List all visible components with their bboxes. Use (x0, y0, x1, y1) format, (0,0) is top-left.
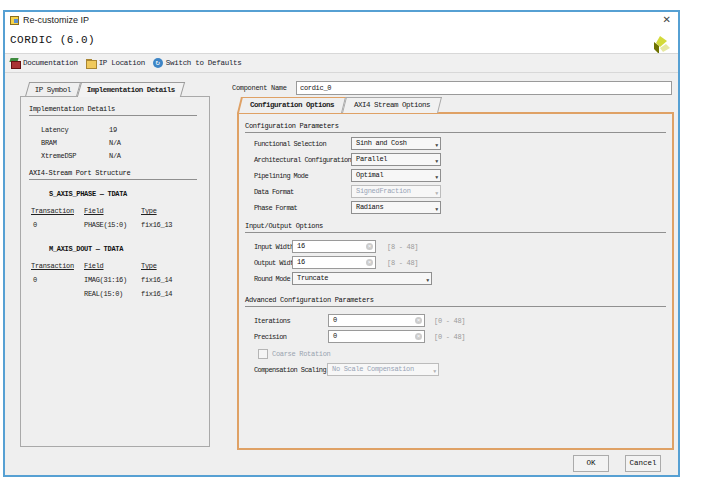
coarse-rotation-label: Coarse Rotation (272, 350, 331, 358)
functional-selection-label: Functional Selection (254, 140, 326, 148)
output-width-field[interactable]: 16 × (292, 256, 376, 269)
xtremedsp-label: XtremeDSP (41, 152, 76, 160)
input-width-range: [8 - 48] (387, 243, 418, 251)
output-width-label: Output Width (254, 259, 297, 267)
precision-range: [0 - 48] (434, 333, 465, 341)
table-cell: fix16_14 (141, 276, 172, 284)
table-cell: 0 (33, 276, 37, 284)
folder-icon (86, 58, 96, 68)
col-header-field: Field (84, 207, 104, 215)
table-cell: PHASE(15:0) (84, 221, 127, 229)
recustomize-ip-dialog: Re-customize IP ✕ CORDIC (6.0) Documenta… (3, 10, 680, 477)
io-options-header: Input/Output Options (245, 222, 666, 233)
toolbar: Documentation IP Location ↻ Switch to De… (5, 53, 678, 73)
output-width-range: [8 - 48] (387, 259, 418, 267)
clear-icon: × (366, 243, 373, 250)
window-titlebar: Re-customize IP ✕ (5, 12, 678, 27)
implementation-details-header: Implementation Details (29, 105, 197, 116)
data-format-label: Data Format (254, 188, 294, 196)
compensation-scaling-dropdown: No Scale Compensation▼ (327, 363, 439, 376)
chevron-down-icon: ▼ (435, 141, 438, 152)
switch-defaults-icon: ↻ (153, 58, 163, 68)
window-title: Re-customize IP (23, 15, 89, 25)
app-icon (10, 15, 19, 24)
ip-heading-row: CORDIC (6.0) (5, 27, 678, 53)
tab-ip-symbol[interactable]: IP Symbol (25, 82, 81, 97)
tab-axi4-stream-options[interactable]: AXI4 Stream Options (342, 97, 442, 113)
component-name-input[interactable] (296, 81, 672, 95)
advanced-parameters-header: Advanced Configuration Parameters (245, 296, 666, 307)
compensation-scaling-label: Compensation Scaling (254, 366, 326, 374)
left-tab-bar: IP Symbol Implementation Details (27, 82, 183, 97)
table-cell: fix16_13 (141, 221, 172, 229)
col-header-transaction: Transaction (31, 262, 74, 270)
phase-format-label: Phase Format (254, 204, 297, 212)
round-mode-label: Round Mode (254, 275, 290, 283)
documentation-label: Documentation (23, 59, 78, 67)
phase-format-dropdown[interactable]: Radians▼ (351, 201, 441, 214)
implementation-details-panel: Implementation Details Latency 19 BRAM N… (20, 96, 210, 447)
pipelining-mode-label: Pipelining Mode (254, 172, 308, 180)
switch-defaults-label: Switch to Defaults (166, 59, 242, 67)
port-group-s-axis-phase: S_AXIS_PHASE — TDATA (49, 190, 127, 198)
tab-configuration-options[interactable]: Configuration Options (237, 97, 346, 113)
tab-implementation-details[interactable]: Implementation Details (77, 82, 185, 97)
precision-label: Precision (254, 333, 286, 341)
input-width-label: Input Width (254, 243, 294, 251)
latency-value: 19 (109, 126, 117, 134)
chevron-down-icon: ▼ (435, 189, 438, 200)
clear-icon: × (366, 259, 373, 266)
component-name-label: Component Name (232, 84, 287, 92)
table-cell: IMAG(31:16) (84, 276, 127, 284)
iterations-label: Iterations (254, 317, 290, 325)
chevron-down-icon: ▼ (435, 205, 438, 216)
clear-icon: × (415, 317, 422, 324)
functional-selection-dropdown[interactable]: Sinh and Cosh▼ (351, 137, 441, 150)
chevron-down-icon: ▼ (435, 157, 438, 168)
cancel-button[interactable]: Cancel (625, 455, 661, 472)
col-header-transaction: Transaction (31, 207, 74, 215)
pipelining-mode-dropdown[interactable]: Optimal▼ (351, 169, 441, 182)
configuration-parameters-header: Configuration Parameters (245, 122, 666, 133)
bram-label: BRAM (41, 139, 57, 147)
col-header-field: Field (84, 262, 104, 270)
iterations-field[interactable]: 0 × (328, 314, 425, 327)
col-header-type: Type (141, 262, 157, 270)
data-format-dropdown: SignedFraction▼ (351, 185, 441, 198)
chevron-down-icon: ▼ (433, 367, 436, 378)
chevron-down-icon: ▼ (435, 173, 438, 184)
ok-button[interactable]: OK (573, 455, 609, 472)
input-width-field[interactable]: 16 × (292, 240, 376, 253)
coarse-rotation-checkbox (258, 349, 268, 359)
table-cell: 0 (33, 221, 37, 229)
architectural-configuration-dropdown[interactable]: Parallel▼ (351, 153, 441, 166)
chevron-down-icon: ▼ (426, 276, 429, 287)
configuration-options-panel: Configuration Parameters Functional Sele… (237, 112, 674, 450)
table-cell: fix16_14 (141, 290, 172, 298)
ip-location-button[interactable]: IP Location (86, 58, 145, 68)
port-group-m-axis-dout: M_AXIS_DOUT — TDATA (49, 245, 123, 253)
ip-heading: CORDIC (6.0) (10, 34, 95, 46)
iterations-range: [0 - 48] (434, 317, 465, 325)
round-mode-dropdown[interactable]: Truncate▼ (292, 272, 432, 285)
close-icon[interactable]: ✕ (661, 15, 673, 25)
bram-value: N/A (109, 139, 121, 147)
right-tab-bar: Configuration Options AXI4 Stream Option… (239, 97, 440, 113)
port-structure-header: AXI4-Stream Port Structure (29, 169, 197, 180)
documentation-book-icon (10, 58, 20, 68)
documentation-button[interactable]: Documentation (10, 58, 78, 68)
latency-label: Latency (41, 126, 68, 134)
table-cell: REAL(15:0) (84, 290, 123, 298)
precision-field[interactable]: 0 × (328, 330, 425, 343)
ip-location-label: IP Location (99, 59, 145, 67)
clear-icon: × (415, 333, 422, 340)
col-header-type: Type (141, 207, 157, 215)
switch-to-defaults-button[interactable]: ↻ Switch to Defaults (153, 58, 242, 68)
architectural-configuration-label: Architectural Configuration (254, 156, 351, 164)
xtremedsp-value: N/A (109, 152, 121, 160)
